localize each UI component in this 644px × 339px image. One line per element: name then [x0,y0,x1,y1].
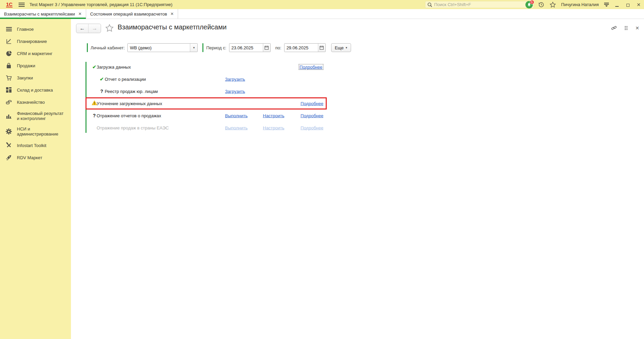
period-to-label: по: [275,45,281,50]
notification-badge: 1 [530,0,534,4]
operations-list: ✔ Загрузка данных Подробнее ✔ Отчет о ре… [85,61,327,134]
1c-logo-icon: 1С [6,2,13,7]
load-link[interactable]: Загрузить [225,89,245,94]
group-marker [87,43,88,52]
rocket-icon [5,154,12,161]
add-favorite-star-icon[interactable] [105,24,114,32]
details-link-disabled: Подробнее [301,125,323,130]
shopping-bag-icon [5,62,12,69]
pie-chart-icon [5,50,12,57]
search-icon [427,2,432,7]
restore-button[interactable] [625,2,630,7]
cart-icon [5,74,12,81]
details-link[interactable]: Подробнее [301,101,323,106]
period-from-label: Период с: [206,45,226,50]
bar-chart-icon [5,113,12,119]
sidebar-item-rdv-market[interactable]: RDV Маркет [0,151,71,164]
sidebar-item-planning[interactable]: Планирование [0,35,71,47]
tab-label: Состояния операций взаиморасчетов [90,11,167,17]
period-to-field[interactable] [284,43,326,52]
global-search[interactable] [425,1,534,8]
sidebar-item-admin[interactable]: НСИ и администрирование [0,124,71,139]
configure-link-disabled: Настроить [263,125,284,130]
period-from-field[interactable] [229,43,271,52]
sidebar-item-warehouse[interactable]: Склад и доставка [0,84,71,96]
op-row-eaeu-sales: Отражение продаж в страны ЕАЭС Выполнить… [85,122,327,134]
chevron-down-icon[interactable]: ▾ [190,44,197,52]
calendar-icon[interactable] [318,44,325,52]
open-windows-tabbar: Взаиморасчеты с маркетплейсами ✕ Состоян… [0,9,644,19]
tools-icon [5,142,12,149]
sidebar-item-crm[interactable]: CRM и маркетинг [0,47,71,59]
planning-chart-icon [5,38,12,45]
filters-row: Личный кабинет: ▾ Период с: по: [87,43,351,53]
cabinet-input[interactable] [128,44,190,52]
history-icon[interactable] [538,2,544,8]
cabinet-select[interactable]: ▾ [127,43,198,52]
chevron-down-icon: ▾ [346,46,347,49]
boxes-icon [5,87,12,93]
nav-buttons: ← → [76,24,101,33]
calendar-icon[interactable] [263,44,270,52]
load-link[interactable]: Загрузить [225,77,245,82]
menu-lines-icon [5,26,12,32]
question-icon: ? [99,89,105,94]
sidebar-item-treasury[interactable]: Казначейство [0,96,71,108]
sidebar-item-finance[interactable]: Финансовый результат и контроллинг [0,108,71,124]
check-icon: ✔ [99,76,105,82]
main-content: ← → Взаиморасчеты с маркетплейсами [71,19,644,339]
more-button[interactable]: Еще ▾ [331,43,351,52]
group-marker [202,43,203,52]
execute-link[interactable]: Выполнить [225,113,248,118]
page-title: Взаиморасчеты с маркетплейсами [118,23,227,31]
current-user[interactable]: Пичугина Наталия [561,2,599,7]
op-row-sales-reports-posting: ? Отражение отчетов о продажах Выполнить… [85,110,327,122]
tab-close-icon[interactable]: ✕ [170,11,174,16]
app-title: Test Маркет 3 / Управление торговлей, ре… [29,2,172,7]
window-close-button[interactable]: ✕ [636,2,641,7]
sidebar-item-sales[interactable]: Продажи [0,59,71,72]
configure-link[interactable]: Настроить [263,113,284,118]
tab-close-icon[interactable]: ✕ [78,11,82,16]
form-close-icon[interactable]: ✕ [635,25,639,31]
sidebar-item-purchases[interactable]: Закупки [0,72,71,84]
execute-link-disabled: Выполнить [225,125,248,130]
details-link[interactable]: Подробнее [299,64,323,70]
back-button[interactable]: ← [76,24,89,33]
window-titlebar: 1С Test Маркет 3 / Управление торговлей,… [0,0,644,9]
main-menu-icon[interactable] [19,3,25,7]
details-link[interactable]: Подробнее [301,113,323,118]
op-row-sales-report: ✔ Отчет о реализации Загрузить [85,73,327,85]
favorites-star-icon[interactable] [550,2,556,8]
service-menu-icon[interactable] [604,3,609,7]
sections-sidebar: Главное Планирование CRM и маркетинг [0,19,71,339]
period-from-input[interactable] [229,44,263,52]
op-row-legal-sales-register: ? Реестр продаж юр. лицам Загрузить [85,85,327,97]
notifications-button[interactable]: 1 [525,1,533,8]
get-link-icon[interactable] [611,25,617,31]
forward-button[interactable]: → [89,24,101,33]
gear-icon [5,128,12,135]
sidebar-item-infostart[interactable]: Infostart Toolkit [0,139,71,151]
coins-icon [5,99,12,105]
op-row-data-refinement: Уточнение загруженных данных Подробнее [85,97,327,110]
tab-settlements-marketplaces[interactable]: Взаиморасчеты с маркетплейсами ✕ [0,9,86,19]
search-input[interactable] [434,2,531,7]
op-row-data-load: ✔ Загрузка данных Подробнее [85,61,327,73]
cabinet-label: Личный кабинет: [91,45,125,50]
period-to-input[interactable] [284,44,318,52]
sidebar-item-main[interactable]: Главное [0,23,71,35]
tab-operation-states[interactable]: Состояния операций взаиморасчетов ✕ [86,9,178,19]
minimize-button[interactable] [614,2,620,7]
more-actions-icon[interactable] [624,26,628,30]
tab-label: Взаиморасчеты с маркетплейсами [4,11,75,17]
